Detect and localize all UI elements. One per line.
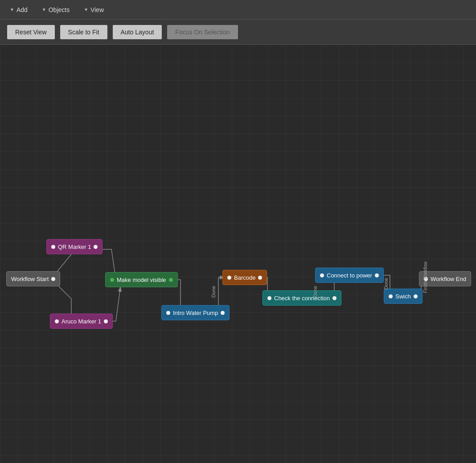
node-make-model-visible-port-left — [110, 278, 114, 282]
node-workflow-start[interactable]: Workflow Start — [6, 271, 60, 286]
node-intro-water-pump-port-left — [166, 311, 170, 315]
node-connect-power-label: Connect to power — [327, 272, 372, 279]
objects-arrow-icon: ▼ — [42, 7, 46, 12]
node-barcode-label: Barcode — [234, 274, 255, 281]
toolbar: Reset View Scale to Fit Auto Layout Focu… — [0, 20, 476, 45]
node-qr-marker-1-port-left — [51, 245, 55, 249]
node-qr-marker-1-port-right — [94, 245, 98, 249]
node-check-connection-port-left — [267, 296, 271, 300]
node-swich-label: Swich — [395, 293, 411, 300]
menu-add[interactable]: ▼ Add — [4, 4, 34, 16]
auto-layout-button[interactable]: Auto Layout — [113, 25, 162, 39]
node-connect-power-port-left — [320, 273, 324, 277]
workflow-canvas[interactable]: Workflow Start QR Marker 1 Aruco Marker … — [0, 45, 476, 463]
menu-add-label: Add — [16, 6, 28, 13]
node-intro-water-pump-label: Intro Water Pump — [173, 310, 218, 316]
node-swich-port-right — [414, 294, 418, 298]
node-swich[interactable]: Swich — [384, 289, 423, 304]
node-make-model-visible-label: Make model visible — [117, 277, 166, 283]
node-workflow-start-port — [51, 277, 55, 281]
add-arrow-icon: ▼ — [10, 7, 14, 12]
node-connect-to-power[interactable]: Connect to power — [315, 268, 384, 283]
scale-to-fit-button[interactable]: Scale to Fit — [60, 25, 107, 39]
node-connect-power-port-right — [375, 273, 379, 277]
edge-label-done-1: Done — [211, 286, 216, 298]
reset-view-button[interactable]: Reset View — [7, 25, 55, 39]
node-aruco-marker-1-label: Aruco Marker 1 — [62, 318, 101, 325]
node-make-model-visible-port-right — [169, 278, 173, 282]
menubar: ▼ Add ▼ Objects ▼ View — [0, 0, 476, 20]
node-workflow-end-port-left — [424, 277, 428, 281]
menu-view[interactable]: ▼ View — [78, 4, 110, 16]
node-workflow-start-label: Workflow Start — [11, 276, 49, 282]
node-make-model-visible[interactable]: Make model visible — [105, 272, 178, 287]
edge-label-done-3: Done — [383, 278, 389, 289]
node-workflow-end-label: Workflow End — [431, 276, 466, 282]
menu-objects-label: Objects — [49, 6, 70, 13]
node-barcode[interactable]: Barcode — [222, 270, 267, 285]
menu-view-label: View — [90, 6, 104, 13]
focus-on-selection-button[interactable]: Focus On Selection — [167, 25, 238, 39]
node-check-connection-label: Check the connection — [274, 295, 330, 302]
node-barcode-port-left — [227, 276, 231, 280]
view-arrow-icon: ▼ — [84, 7, 88, 12]
node-check-the-connection[interactable]: Check the connection — [263, 290, 341, 306]
node-aruco-marker-1-port-right — [104, 319, 108, 323]
node-swich-port-left — [389, 294, 393, 298]
node-qr-marker-1[interactable]: QR Marker 1 — [46, 239, 103, 254]
node-check-connection-port-right — [332, 296, 336, 300]
node-intro-water-pump[interactable]: Intro Water Pump — [161, 305, 230, 320]
node-qr-marker-1-label: QR Marker 1 — [58, 244, 91, 250]
node-intro-water-pump-port-right — [221, 311, 225, 315]
node-workflow-end[interactable]: Workflow End — [419, 271, 471, 286]
node-aruco-marker-1-port-left — [55, 319, 59, 323]
node-aruco-marker-1[interactable]: Aruco Marker 1 — [50, 314, 113, 329]
node-barcode-port-right — [258, 276, 262, 280]
menu-objects[interactable]: ▼ Objects — [36, 4, 76, 16]
